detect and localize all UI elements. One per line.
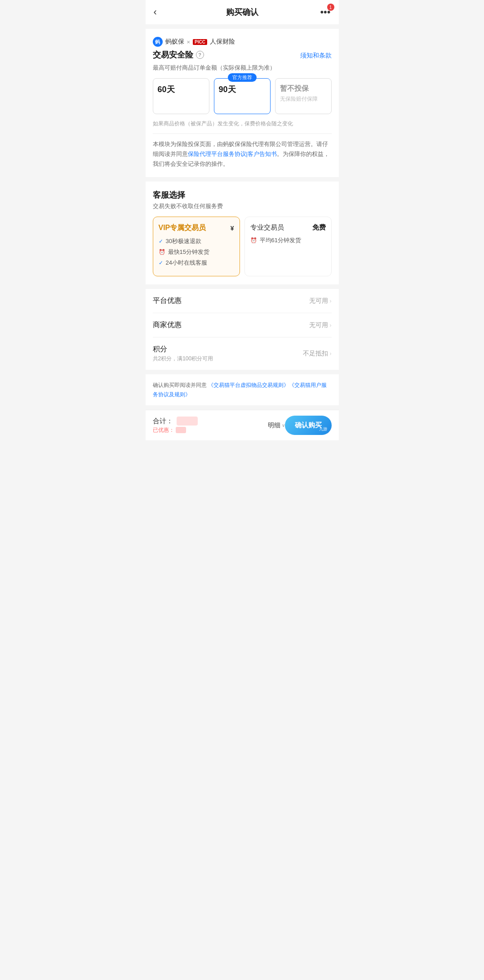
option-90-label: 90天 (219, 84, 266, 95)
merchant-discount-value[interactable]: 无可用 › (309, 321, 332, 329)
total-label: 合计： (153, 417, 173, 426)
standard-price-tag: 免费 (312, 223, 326, 232)
footer: 合计： 已优惠： 明细 ∨ 确认购买 九游 (146, 410, 339, 440)
insurance-options: 60天 官方推荐 90天 暂不投保 无保险赔付保障 (153, 78, 332, 114)
vip-price: ¥ (231, 224, 234, 232)
cs-standard-header: 专业交易员 免费 (250, 223, 326, 232)
recommended-badge: 官方推荐 (228, 73, 257, 82)
total-value (177, 417, 198, 426)
footer-total-row: 合计： (153, 417, 268, 426)
platform-chevron-icon: › (330, 298, 332, 304)
footer-left: 合计： 已优惠： (153, 417, 268, 434)
clock-icon-2: ⏰ (250, 237, 257, 244)
option-60-label: 60天 (158, 84, 204, 95)
page-title: 购买确认 (226, 7, 258, 18)
menu-button[interactable]: ••• 1 (320, 6, 330, 18)
merchant-chevron-icon: › (330, 322, 332, 328)
merchant-discount-row: 商家优惠 无可用 › (153, 313, 332, 337)
cs-vip-header: VIP专属交易员 ¥ (159, 223, 234, 233)
total-extra (201, 418, 208, 425)
cs-standard-card[interactable]: 专业交易员 免费 ⏰ 平均61分钟发货 (244, 217, 332, 276)
platform-discount-row: 平台优惠 无可用 › (153, 289, 332, 313)
notification-badge: 1 (327, 4, 334, 11)
no-cover-sub: 无保险赔付保障 (280, 95, 327, 103)
platform-discount-value[interactable]: 无可用 › (309, 297, 332, 305)
cs-vip-card[interactable]: VIP专属交易员 ¥ ✓ 30秒极速退款 ⏰ 最快15分钟发货 ✓ 24小时在线… (153, 217, 240, 276)
picc-logo: PICC (193, 39, 207, 45)
brand-row: 蚂 蚂蚁保 × PICC 人保财险 (153, 37, 332, 47)
points-value[interactable]: 不足抵扣 › (303, 350, 332, 358)
terms-card: 确认购买即阅读并同意 《交易猫平台虚拟物品交易规则》《交易猫用户服务协议及规则》 (146, 374, 339, 405)
insurance-option-60[interactable]: 60天 (153, 78, 209, 114)
insurance-option-no-cover[interactable]: 暂不投保 无保险赔付保障 (275, 78, 332, 114)
ant-logo: 蚂 (153, 37, 163, 47)
no-cover-title: 暂不投保 (280, 84, 327, 93)
vip-label: VIP专属交易员 (159, 223, 206, 233)
back-button[interactable]: ‹ (154, 6, 157, 18)
insurance-subtitle: 最高可赔付商品订单金额（实际保额上限为准） (153, 64, 332, 72)
customer-service-card: 客服选择 交易失败不收取任何服务费 VIP专属交易员 ¥ ✓ 30秒极速退款 ⏰… (146, 182, 339, 284)
partner-name: 人保财险 (210, 38, 235, 46)
vip-feature-2: ⏰ 最快15分钟发货 (159, 248, 234, 256)
cs-subtitle: 交易失败不收取任何服务费 (153, 202, 332, 210)
points-row: 积分 共2积分，满100积分可用 不足抵扣 › (153, 337, 332, 370)
terms-link-1[interactable]: 《交易猫平台虚拟物品交易规则》 (208, 382, 289, 388)
brand-separator: × (187, 39, 191, 45)
cs-section-title: 客服选择 (153, 190, 332, 200)
merchant-discount-label: 商家优惠 (153, 320, 182, 330)
points-chevron-icon: › (330, 350, 332, 357)
clock-icon-1: ⏰ (159, 249, 165, 255)
points-label-group: 积分 共2积分，满100积分可用 (153, 345, 213, 363)
vip-feature-1: ✓ 30秒极速退款 (159, 237, 234, 245)
insurance-section-title: 交易安全险 ? (153, 49, 204, 60)
insurance-service-link[interactable]: 保险代理平台服务协议|客户告知书 (188, 151, 277, 157)
insurance-title-row: 交易安全险 ? 须知和条款 (153, 49, 332, 62)
check-icon-2: ✓ (159, 260, 163, 266)
insurance-option-90[interactable]: 官方推荐 90天 (214, 78, 271, 114)
question-icon[interactable]: ? (196, 51, 204, 59)
footer-saving-row: 已优惠： (153, 426, 268, 434)
check-icon-1: ✓ (159, 238, 163, 244)
cs-options: VIP专属交易员 ¥ ✓ 30秒极速退款 ⏰ 最快15分钟发货 ✓ 24小时在线… (153, 217, 332, 276)
vip-feature-3: ✓ 24小时在线客服 (159, 259, 234, 267)
terms-text: 确认购买即阅读并同意 《交易猫平台虚拟物品交易规则》《交易猫用户服务协议及规则》 (153, 381, 332, 399)
terms-link[interactable]: 须知和条款 (300, 52, 332, 60)
insurance-card: 蚂 蚂蚁保 × PICC 人保财险 交易安全险 ? 须知和条款 最高可赔付商品订… (146, 29, 339, 177)
jiuyou-watermark: 九游 (319, 426, 327, 432)
insurance-desc: 本模块为保险投保页面，由蚂蚁保保险代理有限公司管理运营。请仔细阅读并同意保险代理… (153, 139, 332, 169)
insurance-note: 如果商品价格（被保产品）发生变化，保费价格会随之变化 (153, 120, 332, 128)
discount-card: 平台优惠 无可用 › 商家优惠 无可用 › 积分 共2积分，满100积分可用 不… (146, 289, 339, 370)
platform-discount-label: 平台优惠 (153, 296, 182, 306)
standard-label: 专业交易员 (250, 223, 284, 232)
footer-detail-button[interactable]: 明细 ∨ (268, 421, 285, 430)
confirm-purchase-button[interactable]: 确认购买 九游 (285, 416, 332, 435)
brand-name: 蚂蚁保 (165, 38, 184, 46)
header: ‹ 购买确认 ••• 1 (146, 0, 339, 24)
saving-value (176, 427, 186, 433)
standard-feature-1: ⏰ 平均61分钟发货 (250, 236, 326, 244)
